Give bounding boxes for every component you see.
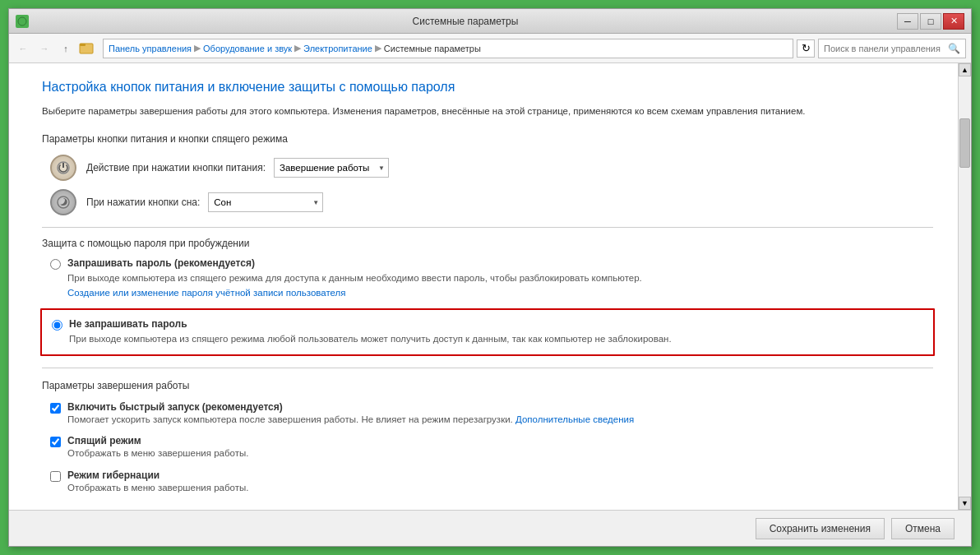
section-divider-2 [42,368,933,368]
svg-point-0 [18,17,26,25]
address-bar: ← → ↑ Панель управления ▶ Оборудование и… [9,34,971,63]
title-bar: Системные параметры ─ □ ✕ [9,9,971,34]
shutdown-section-title: Параметры завершения работы [42,380,933,391]
power-button-label: Действие при нажатии кнопки питания: [86,162,266,173]
radio-password-desc: При выходе компьютера из спящего режима … [67,273,642,297]
section-divider-1 [42,227,933,228]
breadcrumb-hardware[interactable]: Оборудование и звук [203,44,292,53]
page-description: Выберите параметры завершения работы для… [42,104,933,118]
radio-nopassword-title: Не запрашивать пароль [69,318,672,330]
fast-boot-desc: Помогает ускорить запуск компьютера посл… [67,413,634,427]
sleep-button-row: При нажатии кнопки сна: Сон [50,189,933,215]
sleep-mode-title: Спящий режим [67,435,248,446]
scroll-track [959,76,971,497]
password-section: Защита с помощью пароля при пробуждении … [42,238,933,356]
scroll-down-arrow[interactable]: ▼ [959,497,971,510]
back-button[interactable]: ← [14,39,32,58]
refresh-button[interactable]: ↻ [797,39,815,58]
fast-boot-option: Включить быстрый запуск (рекомендуется) … [50,401,933,427]
app-icon [16,15,29,28]
save-button[interactable]: Сохранить изменения [756,518,885,539]
maximize-button[interactable]: □ [920,13,941,30]
radio-nopassword-option: Не запрашивать пароль При выходе компьют… [40,308,935,356]
main-window: Системные параметры ─ □ ✕ ← → ↑ Панель у… [8,8,972,547]
sleep-button-label: При нажатии кнопки сна: [86,197,200,208]
bottom-bar: Сохранить изменения Отмена [9,510,971,546]
hibernate-title: Режим гибернации [67,469,248,481]
page-title: Настройка кнопок питания и включение защ… [42,80,933,95]
svg-point-5 [58,197,69,208]
sleep-button-icon [50,189,76,215]
breadcrumb-icon [78,40,95,57]
search-icon: 🔍 [948,43,960,54]
content-area: Настройка кнопок питания и включение защ… [9,63,971,510]
scrollbar: ▲ ▼ [958,63,971,510]
sleep-mode-desc: Отображать в меню завершения работы. [67,446,248,460]
shutdown-section: Параметры завершения работы Включить быс… [42,380,933,495]
radio-password-title: Запрашивать пароль (рекомендуется) [67,257,642,269]
breadcrumb-current: Системные параметры [384,44,481,53]
password-link[interactable]: Создание или изменение пароля учётной за… [67,288,346,298]
radio-password-option: Запрашивать пароль (рекомендуется) При в… [50,257,933,300]
minimize-button[interactable]: ─ [897,13,918,30]
sleep-button-dropdown[interactable]: Сон [208,192,323,212]
radio-nopassword-input[interactable] [52,320,62,331]
svg-rect-2 [80,44,86,46]
power-buttons-section-title: Параметры кнопки питания и кнопки спящег… [42,133,933,145]
fast-boot-title: Включить быстрый запуск (рекомендуется) [67,401,634,413]
hibernate-option: Режим гибернации Отображать в меню завер… [50,469,933,495]
power-button-dropdown[interactable]: Завершение работы [274,158,389,178]
breadcrumb: Панель управления ▶ Оборудование и звук … [103,39,793,58]
forward-button[interactable]: → [35,39,53,58]
breadcrumb-control-panel[interactable]: Панель управления [109,44,192,53]
power-button-dropdown-wrap: Завершение работы [274,158,389,178]
radio-nopassword-desc: При выходе компьютера из спящего режима … [69,334,672,344]
hibernate-desc: Отображать в меню завершения работы. [67,481,248,495]
sleep-mode-checkbox[interactable] [50,437,61,447]
scroll-thumb[interactable] [959,118,970,168]
power-button-icon [50,155,76,181]
sleep-button-dropdown-wrap: Сон [208,192,323,212]
fast-boot-link[interactable]: Дополнительные сведения [515,414,634,424]
close-button[interactable]: ✕ [943,13,964,30]
search-bar: 🔍 [818,39,966,58]
cancel-button[interactable]: Отмена [891,518,955,539]
up-button[interactable]: ↑ [57,39,75,58]
watermark: Skesov.ru [864,482,950,503]
breadcrumb-power[interactable]: Электропитание [303,44,372,53]
fast-boot-checkbox[interactable] [50,403,61,414]
hibernate-checkbox[interactable] [50,471,61,482]
password-section-title: Защита с помощью пароля при пробуждении [42,238,933,249]
window-controls: ─ □ ✕ [897,13,964,30]
power-button-row: Действие при нажатии кнопки питания: Зав… [50,155,933,181]
scroll-up-arrow[interactable]: ▲ [959,63,971,76]
window-title: Системные параметры [34,16,897,27]
search-input[interactable] [824,44,948,53]
sleep-mode-option: Спящий режим Отображать в меню завершени… [50,435,933,460]
radio-password-input[interactable] [50,259,61,270]
main-panel: Настройка кнопок питания и включение защ… [9,63,958,510]
